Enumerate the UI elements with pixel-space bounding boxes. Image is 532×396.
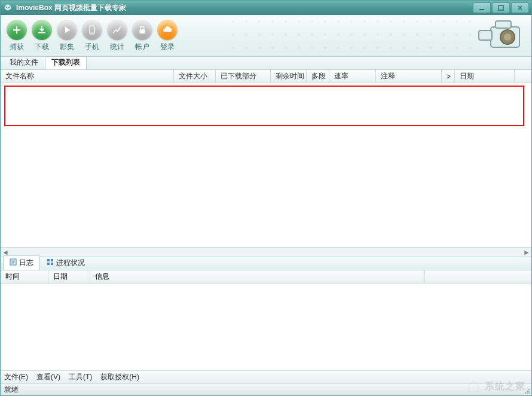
- svg-point-15: [528, 392, 530, 394]
- svg-point-3: [91, 32, 93, 33]
- download-list-body[interactable]: [1, 83, 531, 247]
- toolbar-cloud-button[interactable]: 登录: [156, 20, 179, 52]
- menu-item[interactable]: 工具(T): [69, 372, 92, 382]
- window-controls: [473, 2, 529, 13]
- lower-tab-log[interactable]: 日志: [3, 255, 40, 270]
- lock-icon: [132, 20, 152, 40]
- svg-point-17: [528, 391, 530, 392]
- lower-tab-strip: 日志进程状况: [1, 257, 531, 270]
- tab-my-files[interactable]: 我的文件: [3, 55, 45, 69]
- app-icon: [3, 3, 13, 13]
- title-bar[interactable]: ImovieBox 网页视频批量下载专家: [1, 1, 531, 15]
- status-bar: 就绪 系统之家: [1, 383, 531, 395]
- column-header[interactable]: 已下载部分: [216, 70, 271, 83]
- log-column-header[interactable]: 信息: [90, 270, 425, 283]
- watermark-text: 系统之家: [485, 380, 525, 393]
- phone-icon: [82, 20, 102, 40]
- menu-item[interactable]: 文件(E): [4, 372, 28, 382]
- close-button[interactable]: [511, 2, 529, 13]
- highlight-annotation: [4, 86, 524, 126]
- download-list-header: 文件名称文件大小已下载部分剩余时间多段速率注释>日期: [1, 70, 531, 83]
- scroll-right-icon[interactable]: ►: [522, 248, 531, 257]
- lower-panel: 日志进程状况 时间日期信息: [1, 257, 531, 370]
- column-header[interactable]: 剩余时间: [271, 70, 307, 83]
- svg-rect-8: [479, 31, 492, 40]
- maximize-button[interactable]: [492, 2, 510, 13]
- grid-icon: [47, 258, 54, 267]
- svg-point-19: [527, 391, 528, 392]
- svg-rect-4: [140, 29, 145, 33]
- svg-rect-11: [47, 259, 50, 261]
- toolbar-label: 手机: [85, 42, 99, 52]
- toolbar-label: 下载: [35, 42, 49, 52]
- upper-tab-strip: 我的文件下载列表: [1, 57, 531, 70]
- toolbar-play-button[interactable]: 影集: [56, 20, 78, 52]
- window-title: ImovieBox 网页视频批量下载专家: [16, 3, 473, 13]
- toolbar-decoration: [227, 15, 478, 56]
- log-column-header[interactable]: 日期: [48, 270, 90, 283]
- log-icon: [10, 258, 17, 267]
- column-header[interactable]: 文件名称: [1, 70, 174, 83]
- column-header[interactable]: 日期: [455, 70, 515, 83]
- app-window: ImovieBox 网页视频批量下载专家 捕获下载影集手机统计帐户登录 我的文件…: [0, 0, 532, 396]
- column-header[interactable]: 多段: [307, 70, 329, 83]
- lower-tab-label: 日志: [19, 258, 33, 268]
- svg-rect-1: [499, 5, 503, 10]
- capture-icon: [7, 20, 27, 40]
- stats-icon: [107, 20, 127, 40]
- column-header[interactable]: 速率: [329, 70, 376, 83]
- toolbar-capture-button[interactable]: 捕获: [5, 20, 28, 52]
- log-column-header[interactable]: 时间: [1, 270, 48, 283]
- svg-point-20: [528, 389, 530, 390]
- camera-decoration-icon: [473, 16, 527, 54]
- svg-rect-12: [51, 259, 53, 261]
- lower-tab-process[interactable]: 进程状况: [40, 255, 91, 270]
- toolbar-label: 捕获: [10, 42, 24, 52]
- svg-rect-9: [496, 21, 511, 28]
- column-header[interactable]: 注释: [376, 70, 442, 83]
- menu-item[interactable]: 查看(V): [36, 372, 60, 382]
- toolbar-phone-button[interactable]: 手机: [81, 20, 103, 52]
- svg-point-7: [504, 33, 511, 41]
- log-body[interactable]: [1, 284, 531, 370]
- toolbar-label: 统计: [110, 42, 124, 52]
- menu-bar: 文件(E)查看(V)工具(T)获取授权(H): [1, 370, 531, 383]
- log-columns-header: 时间日期信息: [1, 270, 531, 284]
- lower-tab-label: 进程状况: [56, 258, 85, 268]
- minimize-button[interactable]: [473, 2, 491, 13]
- play-icon: [57, 20, 77, 40]
- status-text: 就绪: [4, 385, 19, 395]
- column-header[interactable]: >: [442, 70, 455, 83]
- toolbar-label: 影集: [60, 42, 74, 52]
- download-icon: [32, 20, 52, 40]
- cloud-icon: [157, 20, 178, 40]
- svg-point-16: [527, 392, 528, 394]
- toolbar-lock-button[interactable]: 帐户: [131, 20, 154, 52]
- toolbar-download-button[interactable]: 下载: [30, 20, 53, 52]
- toolbar-stats-button[interactable]: 统计: [106, 20, 129, 52]
- toolbar-label: 登录: [160, 42, 175, 52]
- menu-item[interactable]: 获取授权(H): [100, 372, 139, 382]
- svg-rect-0: [479, 9, 484, 10]
- svg-rect-13: [47, 263, 50, 265]
- column-header[interactable]: 文件大小: [174, 70, 216, 83]
- main-toolbar: 捕获下载影集手机统计帐户登录: [1, 15, 531, 57]
- svg-rect-14: [51, 263, 53, 265]
- toolbar-label: 帐户: [135, 42, 149, 52]
- resize-grip-icon[interactable]: [523, 387, 530, 394]
- watermark: 系统之家: [466, 379, 525, 394]
- tab-download-list[interactable]: 下载列表: [45, 55, 87, 69]
- svg-point-18: [525, 392, 526, 394]
